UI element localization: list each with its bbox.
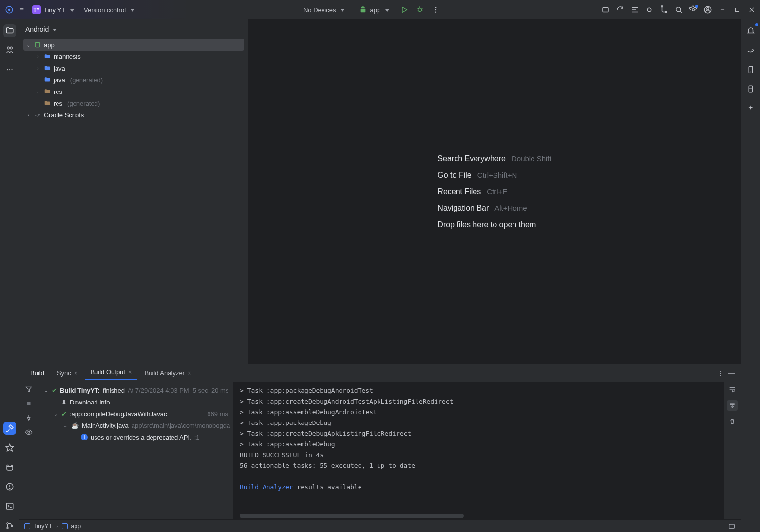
clear-icon[interactable] <box>728 418 736 425</box>
run-button[interactable] <box>400 5 409 14</box>
close-icon[interactable]: × <box>188 369 191 377</box>
tree-label: res <box>54 88 62 95</box>
svg-point-42 <box>7 523 8 524</box>
tree-node-java[interactable]: › java <box>23 62 244 74</box>
tree-label: res <box>54 100 62 107</box>
structure-tool-icon[interactable] <box>3 44 16 56</box>
terminal-tool-icon[interactable] <box>3 500 16 513</box>
bug-icon[interactable] <box>645 5 654 14</box>
minimize-panel-icon[interactable]: — <box>728 369 735 377</box>
svg-point-24 <box>692 9 695 11</box>
svg-rect-58 <box>749 86 753 92</box>
build-tool-icon[interactable] <box>3 422 16 435</box>
svg-rect-47 <box>27 402 30 405</box>
account-icon[interactable] <box>703 5 712 14</box>
scroll-to-end-icon[interactable] <box>727 400 738 411</box>
build-status: finished <box>103 387 125 394</box>
horizontal-scrollbar[interactable] <box>240 514 464 518</box>
stop-icon[interactable] <box>25 400 32 407</box>
statusbar: TinyYT › app <box>19 519 741 532</box>
tab-build-output[interactable]: Build Output× <box>85 366 136 380</box>
console-line: > Task :app:packageDebugAndroidTest <box>240 385 717 396</box>
eye-icon[interactable] <box>25 428 33 436</box>
notifications-icon[interactable] <box>744 24 757 37</box>
left-tool-strip <box>0 19 19 532</box>
tree-node-res-gen[interactable]: res (generated) <box>23 97 244 109</box>
close-icon[interactable]: × <box>74 369 78 377</box>
debug-button[interactable] <box>416 5 424 14</box>
svg-point-12 <box>435 7 436 8</box>
tab-build-analyzer[interactable]: Build Analyzer× <box>140 367 196 380</box>
build-node-compile[interactable]: ⌄✔ :app:compileDebugJavaWithJavac 669 ms <box>40 408 231 420</box>
hint-label: Drop files here to open them <box>437 220 536 229</box>
build-tree[interactable]: ⌄✔ Build TinyYT: finished At 7/29/2024 4… <box>38 382 233 519</box>
project-view-selector[interactable]: Android <box>19 19 248 39</box>
project-selector[interactable]: TY Tiny YT <box>29 4 77 15</box>
titlebar: TY Tiny YT Version control No Devices ap… <box>0 0 760 19</box>
tree-label: java <box>54 65 65 72</box>
breadcrumb[interactable]: TinyYT <box>24 523 52 530</box>
build-node-file[interactable]: ⌄☕ MainActivity.java app\src\main\java\c… <box>40 420 231 431</box>
tree-node-gradle[interactable]: › Gradle Scripts <box>23 109 244 121</box>
build-analyzer-link[interactable]: Build Analyzer <box>240 483 293 491</box>
ai-assistant-icon[interactable] <box>744 102 757 115</box>
build-node-root[interactable]: ⌄✔ Build TinyYT: finished At 7/29/2024 4… <box>40 385 231 396</box>
chevron-down-icon <box>383 6 389 14</box>
hint-shortcut: Ctrl+E <box>487 187 507 196</box>
build-node-download[interactable]: ⬇ Download info <box>40 396 231 408</box>
tree-node-java-gen[interactable]: › java (generated) <box>23 74 244 86</box>
search-icon[interactable] <box>674 5 683 14</box>
tree-node-manifests[interactable]: › manifests <box>23 51 244 62</box>
run-config-selector[interactable]: app <box>355 5 393 15</box>
soft-wrap-icon[interactable] <box>728 385 736 393</box>
build-path: app\src\main\java\com\monobogda <box>132 422 230 429</box>
device-manager-icon[interactable] <box>744 63 757 76</box>
close-icon[interactable] <box>747 5 756 14</box>
app-logo-icon[interactable] <box>4 4 15 15</box>
chevron-down-icon <box>51 25 57 33</box>
svg-point-39 <box>9 488 10 489</box>
vcs-tool-icon[interactable] <box>3 519 16 532</box>
console-line: BUILD SUCCESSFUL in 4s <box>240 450 717 460</box>
svg-point-44 <box>11 525 13 527</box>
console-line: > Task :app:assembleDebug <box>240 439 717 450</box>
bookmarks-tool-icon[interactable] <box>3 441 16 454</box>
hint-label: Search Everywhere <box>437 154 506 163</box>
code-with-me-icon[interactable] <box>601 5 610 14</box>
filter-icon[interactable] <box>25 385 33 393</box>
problems-tool-icon[interactable] <box>3 480 16 493</box>
pin-icon[interactable] <box>25 414 33 422</box>
svg-line-10 <box>418 10 418 11</box>
maximize-icon[interactable] <box>733 5 741 14</box>
project-tree[interactable]: ⌄ app › manifests › java <box>19 39 248 125</box>
logcat-tool-icon[interactable] <box>3 461 16 474</box>
more-tools-icon[interactable] <box>3 63 16 76</box>
main-menu-icon[interactable] <box>18 5 26 14</box>
gradle-tool-icon[interactable] <box>744 44 757 56</box>
svg-marker-36 <box>6 444 13 451</box>
project-tool-icon[interactable] <box>3 24 16 37</box>
build-label: Download info <box>70 399 110 406</box>
build-node-warning[interactable]: i uses or overrides a deprecated API. :1 <box>40 431 231 443</box>
more-actions-icon[interactable] <box>431 5 440 14</box>
close-icon[interactable]: × <box>128 368 132 376</box>
status-widget-icon[interactable] <box>728 522 736 530</box>
tree-node-app[interactable]: ⌄ app <box>23 39 244 51</box>
git-icon[interactable] <box>660 5 668 14</box>
svg-point-1 <box>8 9 11 11</box>
breadcrumb[interactable]: app <box>62 523 81 530</box>
minimize-icon[interactable] <box>718 5 727 14</box>
svg-rect-15 <box>603 8 608 12</box>
editor-empty-state: Search EverywhereDouble Shift Go to File… <box>248 19 741 364</box>
settings-icon[interactable] <box>689 5 698 14</box>
device-selector[interactable]: No Devices <box>300 5 348 15</box>
stack-icon[interactable] <box>630 5 639 14</box>
tree-node-res[interactable]: › res <box>23 86 244 97</box>
reload-icon[interactable] <box>616 5 625 14</box>
vcs-widget[interactable]: Version control <box>80 5 138 15</box>
build-console[interactable]: > Task :app:packageDebugAndroidTest > Ta… <box>233 382 724 519</box>
more-icon[interactable]: ⋮ <box>717 369 723 377</box>
tab-sync[interactable]: Sync× <box>52 367 83 380</box>
device-explorer-icon[interactable] <box>744 83 757 95</box>
svg-point-31 <box>7 47 9 49</box>
